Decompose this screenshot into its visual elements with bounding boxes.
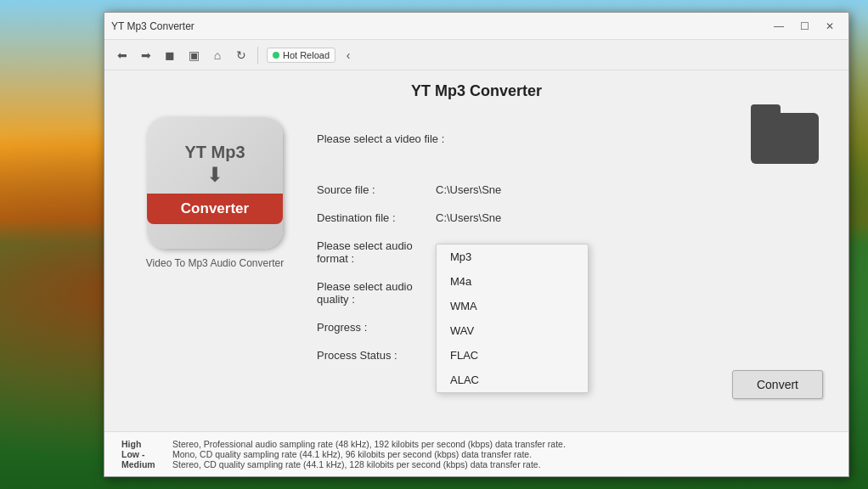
- note-low: Low - Mono, CD quality sampling rate (44…: [121, 449, 831, 459]
- content-area: YT Mp3 ⬇ Converter Video To Mp3 Audio Co…: [104, 109, 848, 431]
- hot-reload-badge: Hot Reload: [267, 48, 335, 63]
- source-file-value: C:\Users\Sne: [436, 183, 501, 196]
- destination-file-row: Destination file : C:\Users\Sne: [317, 211, 823, 224]
- toolbar: ⬅ ➡ ◼ ▣ ⌂ ↻ Hot Reload ‹: [104, 40, 848, 70]
- form-section: Please select a video file : Source file…: [300, 109, 823, 423]
- window-controls: — ☐ ✕: [767, 17, 842, 36]
- dropdown-item-flac[interactable]: FLAC: [437, 343, 588, 368]
- note-medium: Medium Stereo, CD quality sampling rate …: [121, 459, 831, 469]
- window-title: YT Mp3 Converter: [111, 20, 767, 32]
- main-content: YT Mp3 Converter YT Mp3 ⬇ Converter Vide…: [104, 70, 848, 476]
- app-window: YT Mp3 Converter — ☐ ✕ ⬅ ➡ ◼ ▣ ⌂ ↻ Hot R…: [104, 12, 849, 477]
- toolbar-separator: [257, 47, 258, 64]
- note-high-label: High: [121, 439, 166, 449]
- audio-format-row: Please select audio format : Mp3 M4a WMA…: [317, 239, 823, 265]
- file-select-row: Please select a video file :: [317, 109, 823, 168]
- note-medium-text: Stereo, CD quality sampling rate (44.1 k…: [172, 459, 541, 469]
- progress-label: Progress :: [317, 321, 436, 334]
- toolbar-reload-icon[interactable]: ↻: [230, 44, 252, 66]
- folder-icon: [751, 113, 819, 164]
- logo-text-bottom: Converter: [147, 194, 283, 224]
- dropdown-item-mp3[interactable]: Mp3: [437, 244, 588, 269]
- title-bar: YT Mp3 Converter — ☐ ✕: [104, 13, 848, 40]
- logo-image: YT Mp3 ⬇ Converter: [147, 117, 283, 249]
- logo-arrow-icon: ⬇: [206, 163, 223, 187]
- browse-folder-button[interactable]: [747, 109, 823, 168]
- dropdown-menu: Mp3 M4a WMA WAV FLAC ALAC: [436, 244, 589, 393]
- toolbar-forward-icon[interactable]: ➡: [135, 44, 157, 66]
- process-status-label: Process Status :: [317, 349, 436, 362]
- dropdown-item-alac[interactable]: ALAC: [437, 368, 588, 392]
- audio-format-label: Please select audio format :: [317, 239, 436, 265]
- minimize-button[interactable]: —: [767, 17, 791, 36]
- destination-file-label: Destination file :: [317, 211, 436, 224]
- note-low-text: Mono, CD quality sampling rate (44.1 kHz…: [172, 449, 532, 459]
- convert-button[interactable]: Convert: [732, 370, 823, 399]
- toolbar-home-icon[interactable]: ⌂: [206, 44, 228, 66]
- note-high: High Stereo, Professional audio sampling…: [121, 439, 831, 449]
- note-medium-label: Medium: [121, 459, 166, 469]
- close-button[interactable]: ✕: [818, 17, 842, 36]
- toolbar-refresh-icon[interactable]: ▣: [183, 44, 205, 66]
- footer-notes: High Stereo, Professional audio sampling…: [104, 431, 848, 476]
- dropdown-item-wma[interactable]: WMA: [437, 294, 588, 318]
- hot-reload-label: Hot Reload: [283, 50, 330, 60]
- maximize-button[interactable]: ☐: [792, 17, 816, 36]
- dropdown-item-m4a[interactable]: M4a: [437, 269, 588, 294]
- audio-quality-label: Please select audio quality :: [317, 280, 436, 306]
- note-high-text: Stereo, Professional audio sampling rate…: [172, 439, 566, 449]
- source-file-row: Source file : C:\Users\Sne: [317, 183, 823, 196]
- logo-subtitle: Video To Mp3 Audio Converter: [146, 257, 284, 269]
- dropdown-item-wav[interactable]: WAV: [437, 318, 588, 343]
- hot-reload-indicator: [273, 52, 279, 59]
- toolbar-stop-icon[interactable]: ◼: [159, 44, 181, 66]
- toolbar-back-icon[interactable]: ⬅: [111, 44, 133, 66]
- toolbar-chevron-button[interactable]: ‹: [337, 44, 359, 66]
- logo-section: YT Mp3 ⬇ Converter Video To Mp3 Audio Co…: [130, 109, 300, 423]
- destination-file-value: C:\Users\Sne: [436, 211, 501, 224]
- app-title: YT Mp3 Converter: [104, 70, 848, 109]
- note-low-label: Low -: [121, 449, 166, 459]
- logo-text-top: YT Mp3: [184, 143, 245, 161]
- file-select-label: Please select a video file :: [317, 132, 444, 145]
- source-file-label: Source file :: [317, 183, 436, 196]
